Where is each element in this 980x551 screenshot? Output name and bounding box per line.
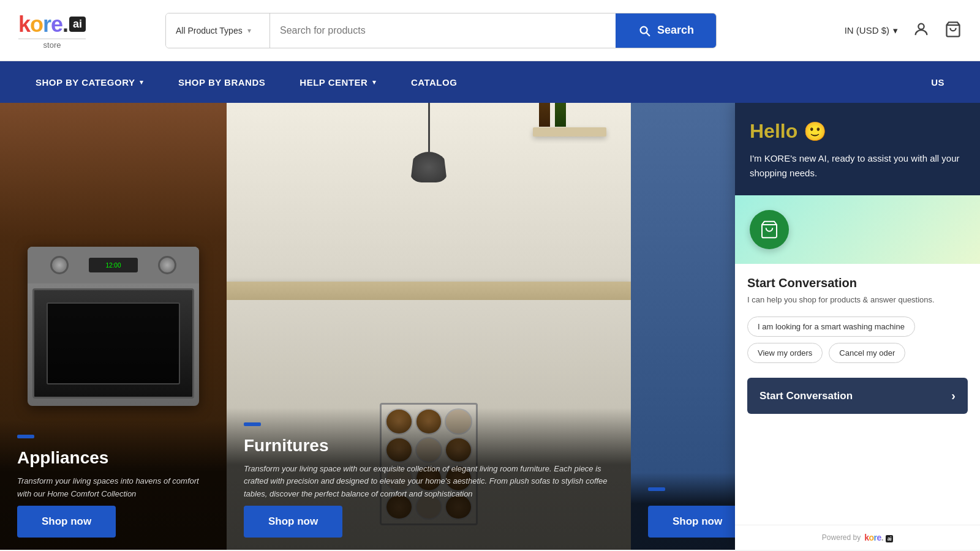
- nav-us-label: US: [931, 77, 944, 88]
- appliances-title: Appliances: [17, 448, 209, 468]
- search-input[interactable]: [270, 13, 616, 48]
- chatbot-footer: Powered by kore. ai: [735, 525, 980, 550]
- bottle-body-2: [555, 103, 566, 127]
- chatbot-start-label: Start Conversation: [760, 390, 853, 402]
- suggestion-chip-0[interactable]: I am looking for a smart washing machine: [747, 317, 915, 337]
- oven-body: 12:00: [28, 247, 199, 406]
- search-button[interactable]: Search: [616, 13, 716, 48]
- chatbot-powered-by: Powered by: [822, 533, 861, 542]
- appliances-inner: 12:00 Appliances Transform your living s…: [0, 103, 227, 550]
- oven-knob-right: [158, 256, 176, 274]
- header: kore. ai store All Product Types ▾ Searc…: [0, 0, 980, 61]
- product-card-appliances: 12:00 Appliances Transform your living s…: [0, 103, 227, 550]
- chatbot-cart-icon: [750, 210, 789, 249]
- product-card-furnitures: Furnitures Transform your living space w…: [227, 103, 631, 550]
- suggestion-chip-1[interactable]: View my orders: [747, 343, 823, 363]
- nav-item-shop-brands[interactable]: SHOP BY BRANDS: [161, 61, 282, 103]
- kitchen-upper: [227, 103, 631, 282]
- nav-shop-brands-label: SHOP BY BRANDS: [178, 77, 265, 88]
- oven-display: 12:00: [89, 258, 138, 272]
- main-content: 12:00 Appliances Transform your living s…: [0, 103, 980, 550]
- chatbot-subtitle: I'm KORE's new AI, ready to assist you w…: [750, 151, 965, 181]
- search-icon: [638, 24, 651, 37]
- search-area: All Product Types ▾ Search: [165, 13, 717, 48]
- pendant-lamp: [410, 103, 447, 182]
- search-button-label: Search: [657, 24, 694, 37]
- furniture-title: Furnitures: [244, 436, 614, 455]
- currency-selector[interactable]: IN (USD $) ▾: [845, 25, 898, 36]
- kitchen-counter: [227, 282, 631, 300]
- currency-label: IN (USD $): [845, 25, 889, 36]
- third-shop-btn[interactable]: Shop now: [648, 506, 747, 538]
- chatbot-hello-text: Hello: [750, 120, 797, 143]
- chatbot-cta-title: Start Conversation: [747, 276, 968, 290]
- cart-icon-svg: [760, 220, 779, 239]
- nav-shop-category-label: SHOP BY CATEGORY: [36, 77, 135, 88]
- chatbot-start-arrow: ›: [951, 389, 956, 403]
- lamp-shade: [410, 152, 447, 182]
- appliances-tag: [17, 435, 34, 438]
- shelf-bottle-2: [555, 103, 566, 127]
- product-type-select[interactable]: All Product Types ▾: [166, 13, 270, 48]
- logo-k: k: [18, 12, 30, 37]
- nav-item-help-center[interactable]: HELP CENTER ▾: [282, 61, 394, 103]
- furniture-inner: Furnitures Transform your living space w…: [227, 103, 631, 550]
- kitchen-shelf: [533, 127, 606, 137]
- furniture-desc: Transform your living space with our exq…: [244, 463, 614, 501]
- oven-knob-left: [50, 256, 69, 274]
- bottle-body-1: [539, 103, 550, 127]
- svg-point-0: [918, 23, 924, 29]
- chatbot-body: Start Conversation I can help you shop f…: [735, 264, 980, 525]
- nav-item-catalog[interactable]: CATALOG: [394, 61, 474, 103]
- navbar: SHOP BY CATEGORY ▾ SHOP BY BRANDS HELP C…: [0, 61, 980, 103]
- oven-door-window: [47, 302, 180, 384]
- logo-ai-box: ai: [69, 17, 86, 32]
- chatbot-panel: Hello 🙂 I'm KORE's new AI, ready to assi…: [735, 103, 980, 550]
- oven-top: 12:00: [28, 247, 199, 283]
- product-type-label: All Product Types: [176, 26, 243, 36]
- furnitures-shop-btn[interactable]: Shop now: [244, 506, 342, 538]
- logo-area: kore. ai store: [18, 12, 141, 50]
- logo[interactable]: kore. ai store: [18, 12, 86, 50]
- nav-catalog-label: CATALOG: [411, 77, 457, 88]
- shelf-bottle-1: [539, 103, 550, 127]
- chatbot-suggestions: I am looking for a smart washing machine…: [747, 317, 968, 363]
- third-tag: [648, 487, 665, 491]
- furniture-tag: [244, 422, 261, 426]
- oven-door: [32, 288, 194, 399]
- chatbot-hello: Hello 🙂: [750, 120, 965, 143]
- header-right: IN (USD $) ▾: [845, 21, 962, 40]
- logo-e: e: [51, 12, 62, 37]
- nav-help-center-label: HELP CENTER: [300, 77, 368, 88]
- type-select-chevron: ▾: [247, 26, 251, 35]
- chatbot-icon-area: [735, 195, 980, 264]
- logo-o: o: [30, 12, 43, 37]
- chatbot-footer-logo: kore. ai: [864, 533, 893, 542]
- logo-dot: .: [62, 12, 68, 37]
- nav-item-shop-category[interactable]: SHOP BY CATEGORY ▾: [18, 61, 161, 103]
- chatbot-header: Hello 🙂 I'm KORE's new AI, ready to assi…: [735, 103, 980, 195]
- appliances-shop-btn[interactable]: Shop now: [17, 506, 116, 538]
- suggestion-chip-2[interactable]: Cancel my oder: [829, 343, 905, 363]
- chatbot-start-btn[interactable]: Start Conversation ›: [747, 378, 968, 414]
- user-icon[interactable]: [913, 21, 930, 40]
- chatbot-cta-desc: I can help you shop for products & answe…: [747, 295, 968, 304]
- chatbot-emoji: 🙂: [804, 121, 826, 142]
- shop-category-chevron: ▾: [140, 78, 144, 86]
- logo-r: r: [43, 12, 51, 37]
- nav-item-us[interactable]: US: [914, 61, 962, 103]
- appliances-desc: Transform your living spaces into havens…: [17, 475, 209, 501]
- cart-icon[interactable]: [944, 21, 962, 40]
- lamp-cord: [428, 103, 430, 152]
- currency-chevron: ▾: [893, 25, 898, 36]
- logo-store: store: [18, 39, 86, 50]
- help-center-chevron: ▾: [372, 78, 377, 86]
